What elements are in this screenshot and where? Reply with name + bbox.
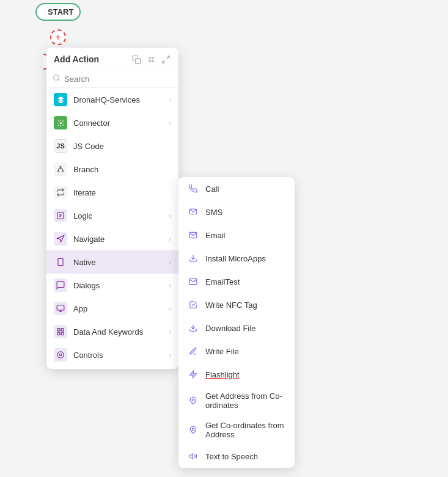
- get-coordinates-address-label: Get Co-ordinates from Address: [205, 421, 286, 439]
- menu-item-branch[interactable]: Branch: [46, 158, 178, 181]
- menu-item-connector[interactable]: Connector ›: [46, 111, 178, 134]
- write-file-label: Write File: [205, 347, 239, 356]
- submenu-flashlight[interactable]: Flashlight: [178, 363, 295, 386]
- submenu-sms[interactable]: SMS: [178, 200, 295, 224]
- dronehq-label: DronaHQ-Services: [73, 95, 169, 104]
- menu-item-logic[interactable]: Logic ›: [46, 204, 178, 227]
- iterate-icon: [54, 186, 67, 199]
- svg-point-7: [54, 75, 59, 81]
- controls-icon: [54, 348, 67, 362]
- app-label: App: [73, 304, 169, 313]
- copy-icon[interactable]: [131, 54, 142, 65]
- expand-icon[interactable]: [160, 54, 171, 65]
- svg-point-11: [62, 170, 63, 172]
- email-label: Email: [205, 231, 226, 240]
- submenu-write-nfc[interactable]: Write NFC Tag: [178, 293, 295, 316]
- submenu-write-file[interactable]: Write File: [178, 340, 295, 363]
- svg-rect-15: [58, 258, 63, 266]
- svg-line-6: [162, 60, 164, 62]
- text-to-speech-label: Text to Speech: [205, 452, 258, 461]
- svg-marker-34: [189, 454, 193, 459]
- dronehq-arrow: ›: [169, 96, 171, 103]
- start-node: START: [35, 3, 81, 21]
- call-icon: [187, 183, 199, 195]
- branch-label: Branch: [73, 165, 171, 174]
- connector-icon: [54, 116, 67, 129]
- navigate-arrow: ›: [169, 235, 171, 242]
- get-address-coordinates-icon: [187, 395, 199, 407]
- submenu-install-microapps[interactable]: Install MicroApps: [178, 247, 295, 270]
- submenu-call[interactable]: Call: [178, 177, 295, 200]
- native-icon: [54, 255, 67, 269]
- svg-point-9: [59, 122, 61, 123]
- call-label: Call: [205, 184, 219, 194]
- app-arrow: ›: [169, 305, 171, 312]
- svg-rect-20: [57, 329, 60, 331]
- svg-rect-21: [61, 329, 64, 331]
- svg-point-10: [57, 170, 59, 172]
- submenu-email[interactable]: Email: [178, 224, 295, 247]
- canvas: START + Add Action: [0, 0, 448, 477]
- add-step-button[interactable]: +: [50, 29, 66, 45]
- native-label: Native: [73, 258, 169, 267]
- arrange-icon[interactable]: [145, 54, 156, 65]
- get-address-coordinates-label: Get Address from Co-ordinates: [205, 391, 286, 410]
- install-microapps-label: Install MicroApps: [205, 254, 266, 263]
- dialogs-label: Dialogs: [73, 281, 169, 290]
- sms-label: SMS: [205, 208, 222, 217]
- flashlight-label: Flashlight: [205, 370, 240, 379]
- install-microapps-icon: [187, 252, 199, 264]
- svg-rect-0: [135, 58, 140, 63]
- submenu-get-coordinates-address[interactable]: Get Co-ordinates from Address: [178, 415, 295, 445]
- logic-arrow: ›: [169, 212, 171, 219]
- email-icon: [187, 229, 199, 241]
- menu-item-native[interactable]: Native ›: [46, 250, 178, 274]
- svg-point-24: [59, 354, 62, 356]
- app-icon: [54, 302, 67, 315]
- connector-label: Connector: [73, 118, 169, 128]
- get-coordinates-address-icon: [187, 424, 199, 436]
- svg-point-3: [149, 60, 150, 62]
- menu-item-navigate[interactable]: Navigate ›: [46, 227, 178, 250]
- emailtest-icon: [187, 275, 199, 288]
- sms-icon: [187, 206, 199, 218]
- menu-item-utility[interactable]: Utility ›: [46, 366, 178, 369]
- svg-marker-14: [57, 235, 64, 242]
- submenu-text-to-speech[interactable]: Text to Speech: [178, 445, 295, 468]
- svg-marker-31: [190, 371, 197, 378]
- menu-item-dialogs[interactable]: Dialogs ›: [46, 274, 178, 297]
- svg-point-12: [60, 166, 61, 167]
- dronehq-icon: [54, 93, 67, 106]
- menu-item-dronehq[interactable]: DronaHQ-Services ›: [46, 88, 178, 111]
- submenu-panel: Call SMS Email Insta: [178, 177, 295, 468]
- branch-icon: [54, 162, 67, 176]
- logic-label: Logic: [73, 211, 169, 220]
- write-file-icon: [187, 345, 199, 357]
- iterate-label: Iterate: [73, 188, 171, 197]
- navigate-icon: [54, 232, 67, 246]
- dialogs-icon: [54, 279, 67, 292]
- connector-arrow: ›: [169, 119, 171, 126]
- panel-header: Add Action: [46, 48, 178, 70]
- menu-list: DronaHQ-Services › Connector › JS JS Cod…: [46, 88, 178, 369]
- menu-item-data-keywords[interactable]: Data And Keywords ›: [46, 320, 178, 343]
- download-file-label: Download File: [205, 324, 255, 333]
- emailtest-label: EmailTest: [205, 277, 240, 286]
- download-file-icon: [187, 322, 199, 334]
- controls-arrow: ›: [169, 351, 171, 359]
- search-icon: [53, 74, 61, 84]
- dialogs-arrow: ›: [169, 282, 171, 289]
- svg-point-1: [149, 57, 150, 59]
- menu-item-controls[interactable]: Controls ›: [46, 343, 178, 366]
- search-input[interactable]: [64, 75, 172, 84]
- svg-point-4: [152, 60, 153, 62]
- menu-item-app[interactable]: App ›: [46, 297, 178, 320]
- menu-item-iterate[interactable]: Iterate: [46, 181, 178, 204]
- jscode-icon: JS: [54, 139, 67, 153]
- submenu-download-file[interactable]: Download File: [178, 316, 295, 340]
- svg-rect-22: [61, 332, 64, 335]
- menu-item-jscode[interactable]: JS JS Code: [46, 134, 178, 158]
- submenu-emailtest[interactable]: EmailTest: [178, 270, 295, 293]
- add-action-panel: Add Action: [46, 48, 178, 369]
- submenu-get-address-coordinates[interactable]: Get Address from Co-ordinates: [178, 386, 295, 415]
